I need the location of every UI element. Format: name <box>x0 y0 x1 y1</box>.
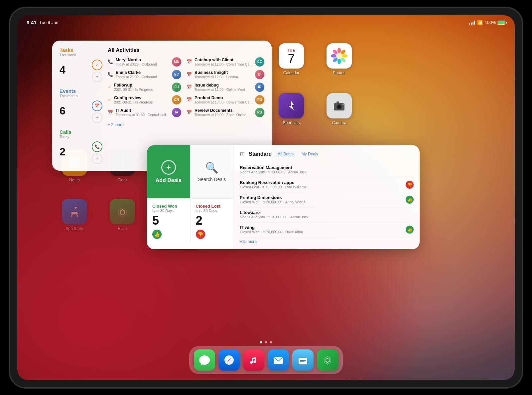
safari-dock-icon[interactable] <box>218 349 240 371</box>
activity-name: IT Audit <box>116 108 169 113</box>
activity-sub: 2021-08-31 · In Progress <box>114 88 169 92</box>
bigin-icon <box>110 199 135 224</box>
calendar-app-icon[interactable]: TUE 7 Calendar <box>279 43 304 75</box>
deal-name: Printing Dimensions <box>240 195 403 200</box>
closed-lost-count: 2 <box>196 214 228 227</box>
table-row: Litewaare Needs Analysis · ₹ 10,000.00 ·… <box>240 207 414 222</box>
avatar: RD <box>255 108 264 117</box>
deal-sub: Closed Lost · ₹ 70,000.00 · Lary William… <box>240 185 403 189</box>
list-item: ✓ Config review 2021-08-31 · In Progress… <box>108 95 181 104</box>
page-dot-1[interactable] <box>260 341 262 343</box>
avatar: IA <box>172 108 181 117</box>
appstore-label: App Store <box>66 226 83 231</box>
add-deals-label: Add Deals <box>156 177 182 183</box>
activity-info: IT Audit Tomorrow at 01:30 · Central Hal… <box>116 108 169 117</box>
battery-container: 100% <box>485 20 505 25</box>
closed-lost-badge: 👎 <box>196 230 205 239</box>
appstore-app-icon[interactable]: App Store <box>62 199 87 231</box>
all-deals-tab[interactable]: All Deals <box>276 151 295 157</box>
calls-phone-icon: 📞 <box>92 141 102 152</box>
svg-point-8 <box>332 49 339 55</box>
tasks-add-button[interactable]: + <box>92 72 102 82</box>
activity-name: Meryl Nordia <box>116 58 169 62</box>
calls-add-button[interactable]: + <box>92 153 102 164</box>
activity-info: Review Documents Tomorrow at 19:00 · Zoo… <box>195 108 252 117</box>
svg-point-11 <box>336 104 342 109</box>
wallpaper: 9:41 Tue 9 Jan 📶 100% <box>17 15 515 380</box>
deals-tabs: All Deals My Deals <box>276 151 320 157</box>
events-add-button[interactable]: + <box>92 112 102 123</box>
shortcuts-app-icon[interactable]: Shortcuts <box>279 93 304 125</box>
activity-sub: Tomorrow at 12:00 · London <box>195 75 252 79</box>
list-item: 📅 Issue debug Tomorrow at 12:00 · Online… <box>187 83 264 92</box>
table-row: Booking Reservation apps Closed Lost · ₹… <box>240 177 414 192</box>
my-deals-tab[interactable]: My Deals <box>300 151 320 157</box>
tasks-check-icon: ✓ <box>92 60 102 70</box>
messages-dock-icon[interactable] <box>194 349 215 371</box>
svg-marker-33 <box>120 210 124 215</box>
svg-line-31 <box>76 214 78 216</box>
add-deals-button[interactable]: + Add Deals <box>147 145 190 198</box>
deal-name: Reservation Management <box>240 165 414 170</box>
activity-name: Business Insight <box>195 70 252 75</box>
photos-app-icon[interactable]: Photos <box>327 43 352 75</box>
more-activities-link[interactable]: + 2 more <box>108 122 264 127</box>
event-right-icon-2: 📅 <box>187 72 192 77</box>
activities-col-left: 📞 Meryl Nordia Today at 20:20 · Outbound… <box>108 57 181 120</box>
svg-rect-14 <box>336 101 339 103</box>
more-deals-link[interactable]: +15 more <box>240 239 414 244</box>
deal-sub: Closed Won · ₹ 70,000.00 · Dave Alton <box>240 230 403 234</box>
activity-sub: Tomorrow at 13:00 · Convention Ce... <box>195 100 252 104</box>
bigin-label: Bigin <box>118 226 127 231</box>
closed-lost-stat: Closed Lost Last 30 Days 2 👎 <box>191 199 234 244</box>
activities-col-right: 📅 Catchup with Client Tomorrow at 12:00 … <box>187 57 264 120</box>
bigin-dock-icon[interactable] <box>317 349 338 371</box>
table-row: IT wing Closed Won · ₹ 70,000.00 · Dave … <box>240 222 414 237</box>
kanban-icon: ⊞ <box>240 150 245 158</box>
battery-fill <box>498 21 505 24</box>
svg-point-3 <box>341 54 347 58</box>
bigin-app-icon[interactable]: Bigin <box>110 199 135 231</box>
calls-section: Calls Today 2 📞 + <box>60 129 102 164</box>
calls-period: Today <box>60 135 102 139</box>
svg-point-13 <box>338 106 340 108</box>
signal-icon <box>469 21 475 25</box>
page-dot-2[interactable] <box>265 341 267 343</box>
avatar: MN <box>172 57 181 67</box>
closed-won-badge: 👍 <box>152 230 162 239</box>
deal-info: Reservation Management Needs Analysis · … <box>240 165 414 174</box>
mail-dock-icon[interactable] <box>268 349 289 371</box>
dock <box>189 346 343 374</box>
activity-sub: 2021-08-31 · In Progress <box>114 100 169 104</box>
events-section: Events This month 6 📅 + <box>60 88 102 123</box>
search-deals-button[interactable]: 🔍 Search Deals <box>190 145 234 198</box>
event-right-icon-3: 📅 <box>187 85 192 90</box>
event-right-icon-1: 📅 <box>187 59 192 64</box>
search-deals-label: Search Deals <box>198 177 226 182</box>
phone-activity-icon: 📞 <box>108 59 113 64</box>
svg-point-0 <box>336 53 342 59</box>
closed-won-title: Closed Won <box>152 204 185 209</box>
phone-activity-icon-2: 📞 <box>108 72 113 77</box>
activity-info: Business Insight Tomorrow at 12:00 · Lon… <box>195 70 252 79</box>
page-dot-3[interactable] <box>270 341 272 343</box>
activity-info: Meryl Nordia Today at 20:20 · Outbound <box>116 58 169 66</box>
camera-icon <box>327 93 352 118</box>
activity-name: Catchup with Client <box>195 58 252 62</box>
music-dock-icon[interactable] <box>243 349 264 371</box>
svg-rect-41 <box>300 360 306 361</box>
svg-point-5 <box>337 58 341 64</box>
signal-bar-2 <box>471 23 472 25</box>
battery-icon <box>497 21 505 25</box>
notes-label: Notes <box>69 178 79 182</box>
activity-name: Product Demo <box>195 96 252 100</box>
status-time: 9:41 <box>27 20 37 25</box>
svg-point-15 <box>342 103 344 105</box>
avatar: CR <box>172 95 181 104</box>
activity-sub: Tomorrow at 01:30 · Central Hall <box>116 113 169 117</box>
list-item: 📅 Business Insight Tomorrow at 12:00 · L… <box>187 70 264 79</box>
page-dots <box>260 341 272 343</box>
camera-app-icon[interactable]: Camera <box>327 93 352 125</box>
files-dock-icon[interactable] <box>292 349 314 371</box>
svg-rect-10 <box>334 103 344 110</box>
